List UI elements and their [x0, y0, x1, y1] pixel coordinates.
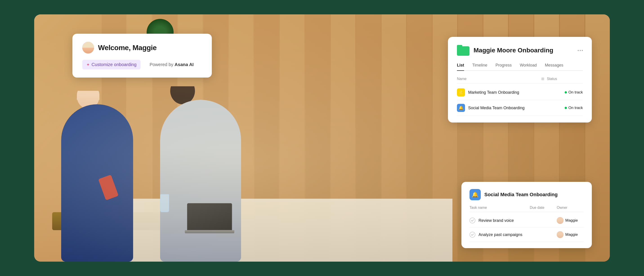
dot — [582, 50, 583, 51]
table-row[interactable]: 🔔 Social Media Team Onboarding On track — [457, 100, 583, 116]
status-dot — [564, 91, 567, 93]
task-owner: Maggie — [557, 231, 584, 238]
owner-avatar — [557, 231, 564, 238]
person-left — [52, 91, 146, 262]
task-row[interactable]: Analyze past campaigns Maggie — [470, 228, 584, 242]
table-row[interactable]: ⭐ Marketing Team Onboarding On track — [457, 85, 583, 100]
customize-onboarding-button[interactable]: ✦ Customize onboarding — [82, 60, 140, 69]
task-col-due-header: Due date — [530, 206, 557, 210]
task-columns-header: Task name Due date Owner — [470, 206, 584, 212]
customize-label: Customize onboarding — [92, 62, 136, 67]
welcome-card: Welcome, Maggie ✦ Customize onboarding P… — [72, 34, 212, 77]
avatar-hair — [82, 42, 94, 48]
task-name: Analyze past campaigns — [478, 232, 530, 237]
main-container: Welcome, Maggie ✦ Customize onboarding P… — [34, 14, 610, 262]
welcome-title: Welcome, Maggie — [98, 44, 156, 52]
avatar — [82, 42, 94, 53]
tab-messages[interactable]: Messages — [541, 61, 567, 70]
status-text: On track — [568, 90, 583, 95]
task-name: Review brand voice — [478, 218, 530, 223]
onboarding-title: Maggie Moore Onboarding — [474, 47, 554, 54]
task-col-name-header: Task name — [470, 206, 530, 210]
status-badge-on-track: On track — [564, 90, 583, 95]
col-status-header: Status — [547, 77, 583, 81]
task-row[interactable]: Review brand voice Maggie — [470, 214, 584, 228]
task-check-icon[interactable] — [470, 232, 475, 238]
grid-icon: ⊞ — [541, 77, 544, 81]
dot — [578, 50, 579, 51]
owner-name: Maggie — [565, 218, 578, 223]
row-icon-marketing: ⭐ — [457, 88, 465, 96]
laptop-prop — [187, 203, 232, 235]
welcome-header: Welcome, Maggie — [82, 42, 202, 53]
glass-prop — [160, 194, 169, 212]
status-dot — [564, 107, 567, 109]
task-check-icon[interactable] — [470, 218, 475, 223]
row-label: Social Media Team Onboarding — [468, 106, 564, 110]
col-name-header: Name — [457, 77, 541, 81]
owner-name: Maggie — [565, 232, 578, 237]
status-badge-on-track-2: On track — [564, 106, 583, 110]
avatar-face — [82, 42, 94, 53]
sparkle-icon: ✦ — [86, 62, 90, 67]
table-header: Name ⊞ Status — [457, 75, 583, 83]
more-options-button[interactable] — [578, 50, 583, 51]
status-text: On track — [568, 106, 583, 110]
welcome-actions: ✦ Customize onboarding Powered by Asana … — [82, 60, 202, 69]
powered-by-label: Powered by Asana AI — [150, 62, 194, 67]
onboarding-card-header: Maggie Moore Onboarding — [457, 45, 583, 56]
tab-list[interactable]: List — [457, 61, 468, 70]
task-owner: Maggie — [557, 217, 584, 224]
tab-timeline[interactable]: Timeline — [468, 61, 491, 70]
row-icon-social: 🔔 — [457, 104, 465, 112]
dot — [580, 50, 581, 51]
task-card: 🔔 Social Media Team Onboarding Task name… — [462, 182, 592, 248]
tabs-row: List Timeline Progress Workload Messages — [457, 61, 583, 71]
folder-body — [457, 46, 470, 56]
tab-progress[interactable]: Progress — [491, 61, 516, 70]
folder-icon — [457, 45, 470, 56]
task-card-header: 🔔 Social Media Team Onboarding — [470, 189, 584, 200]
task-col-owner-header: Owner — [557, 206, 584, 210]
owner-avatar — [557, 217, 564, 224]
tab-workload[interactable]: Workload — [516, 61, 541, 70]
person-right — [142, 86, 259, 262]
task-card-title: Social Media Team Onboarding — [484, 192, 558, 198]
task-card-icon: 🔔 — [470, 189, 481, 200]
row-label: Marketing Team Onboarding — [468, 90, 564, 95]
onboarding-card: Maggie Moore Onboarding List Timeline Pr… — [448, 37, 592, 122]
